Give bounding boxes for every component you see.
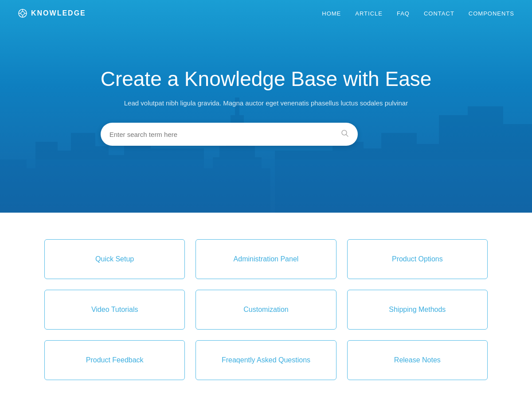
card-product-options[interactable]: Product Options (347, 239, 488, 279)
nav-faq[interactable]: FAQ (397, 10, 410, 17)
search-icon[interactable] (341, 129, 349, 140)
card-shipping-methods[interactable]: Shipping Methods (347, 290, 488, 330)
nav-contact[interactable]: CONTACT (424, 10, 454, 17)
hero-section: Create a Knowledge Base with Ease Lead v… (0, 0, 532, 213)
search-input[interactable] (110, 131, 341, 138)
navbar: KNOWLEDGE HOME ARTICLE FAQ CONTACT COMPO… (0, 0, 532, 27)
svg-line-31 (346, 134, 348, 136)
nav-components[interactable]: COMPONENTS (469, 10, 514, 17)
card-customization[interactable]: Customization (196, 290, 336, 330)
nav-home[interactable]: HOME (322, 10, 341, 17)
search-bar (101, 123, 358, 146)
nav-links: HOME ARTICLE FAQ CONTACT COMPONENTS (322, 10, 514, 17)
cards-section: Quick Setup Administration Panel Product… (0, 213, 532, 407)
nav-article[interactable]: ARTICLE (355, 10, 383, 17)
hero-content: Create a Knowledge Base with Ease Lead v… (92, 67, 441, 146)
card-video-tutorials[interactable]: Video Tutorials (44, 290, 185, 330)
card-faq[interactable]: Freaqently Asked Questions (196, 340, 336, 380)
svg-point-1 (21, 12, 24, 15)
logo[interactable]: KNOWLEDGE (18, 8, 86, 18)
card-administration-panel[interactable]: Administration Panel (196, 239, 336, 279)
logo-text: KNOWLEDGE (31, 9, 86, 17)
logo-icon (18, 8, 27, 18)
cards-grid: Quick Setup Administration Panel Product… (44, 239, 488, 380)
card-quick-setup[interactable]: Quick Setup (44, 239, 185, 279)
svg-rect-29 (0, 159, 532, 213)
hero-subtitle: Lead volutpat nibh ligula gravida. Magna… (101, 99, 432, 107)
hero-title: Create a Knowledge Base with Ease (101, 67, 432, 91)
card-product-feedback[interactable]: Product Feedback (44, 340, 185, 380)
card-release-notes[interactable]: Release Notes (347, 340, 488, 380)
